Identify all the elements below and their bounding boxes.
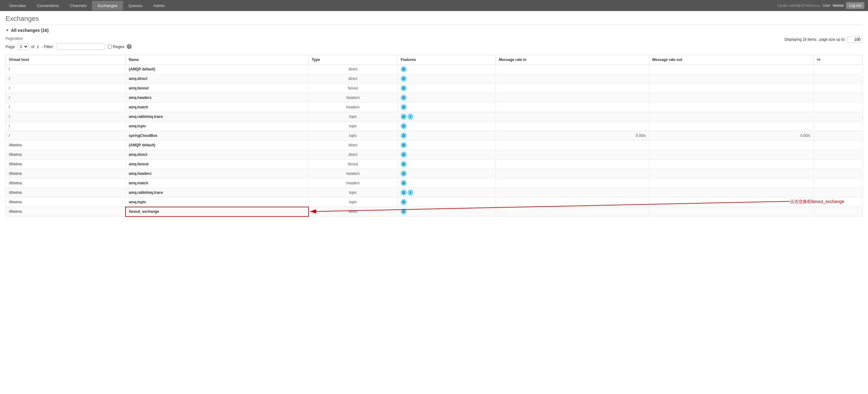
- cell-vhost: /: [6, 131, 126, 141]
- cell-rate-in: [496, 112, 649, 122]
- cell-name[interactable]: amq.direct: [125, 150, 309, 159]
- cell-rate-in: 0.00/s: [496, 131, 649, 141]
- user-label: User: [823, 3, 830, 8]
- cell-name[interactable]: amq.topic: [125, 122, 309, 131]
- page-title: Exchanges: [5, 15, 863, 25]
- feature-badge-d: D: [401, 152, 407, 158]
- cell-name[interactable]: (AMQP default): [125, 141, 309, 150]
- cell-name[interactable]: amq.topic: [125, 198, 309, 207]
- cell-vhost: /itheima: [6, 141, 126, 150]
- feature-badge-i: I: [407, 114, 413, 120]
- table-row[interactable]: /itheimaamq.rabbitmq.tracetopicDI: [6, 188, 863, 198]
- tab-overview[interactable]: Overview: [4, 1, 31, 10]
- cell-pm: [813, 122, 863, 131]
- tab-queues[interactable]: Queues: [123, 1, 148, 10]
- cell-type: topic: [309, 198, 398, 207]
- cell-features: D: [398, 74, 496, 84]
- cell-rate-in: [496, 84, 649, 93]
- cell-type: direct: [309, 207, 398, 216]
- feature-badge-d: D: [401, 66, 407, 72]
- page-select[interactable]: 1: [17, 43, 28, 50]
- page-label: Page: [5, 44, 15, 49]
- cell-vhost: /itheima: [6, 179, 126, 188]
- help-badge[interactable]: ?: [127, 44, 132, 49]
- cell-name[interactable]: springCloudBus: [125, 131, 309, 141]
- cell-vhost: /itheima: [6, 159, 126, 169]
- cell-pm: [813, 150, 863, 159]
- cell-rate-out: [649, 198, 813, 207]
- feature-badge-d: D: [401, 171, 407, 177]
- cell-name[interactable]: amq.fanout: [125, 159, 309, 169]
- cell-type: headers: [309, 169, 398, 179]
- tab-admin[interactable]: Admin: [148, 1, 170, 10]
- table-row[interactable]: /amq.matchheadersD: [6, 102, 863, 112]
- table-row[interactable]: /itheimaamq.headersheadersD: [6, 169, 863, 179]
- feature-badge-d: D: [401, 75, 407, 82]
- cell-features: D: [398, 102, 496, 112]
- cell-rate-out: [649, 141, 813, 150]
- filter-input[interactable]: [56, 43, 105, 50]
- cell-rate-out: [649, 74, 813, 84]
- cell-pm: [813, 93, 863, 102]
- cell-name[interactable]: amq.rabbitmq.trace: [125, 188, 309, 198]
- cell-features: D: [398, 141, 496, 150]
- table-row[interactable]: /itheimaamq.directdirectD: [6, 150, 863, 159]
- cell-name[interactable]: amq.headers: [125, 169, 309, 179]
- cell-features: D: [398, 84, 496, 93]
- tab-exchanges[interactable]: Exchanges: [92, 1, 123, 10]
- feature-badge-i: I: [407, 189, 413, 195]
- table-row[interactable]: /itheimaamq.topictopicD: [6, 198, 863, 207]
- tab-connections[interactable]: Connections: [31, 1, 64, 10]
- cell-features: D: [398, 93, 496, 102]
- cell-rate-out: 0.00/s: [649, 131, 813, 141]
- cell-name[interactable]: amq.fanout: [125, 84, 309, 93]
- section-header: ▼ All exchanges (16): [5, 28, 863, 33]
- table-row[interactable]: /amq.headersheadersD: [6, 93, 863, 102]
- cell-pm: [813, 74, 863, 84]
- cell-type: direct: [309, 74, 398, 84]
- cell-pm: [813, 131, 863, 141]
- cell-rate-out: [649, 169, 813, 179]
- top-bar-right: Cluster rabbit@3274Sbcicuu User heima Lo…: [777, 2, 864, 9]
- feature-badge-d: D: [401, 209, 407, 215]
- table-row[interactable]: /amq.rabbitmq.tracetopicDI: [6, 112, 863, 122]
- regex-label: Regex: [108, 44, 125, 49]
- top-bar: Overview Connections Channels Exchanges …: [0, 0, 868, 11]
- nav-tabs: Overview Connections Channels Exchanges …: [4, 1, 170, 10]
- cell-features: D: [398, 131, 496, 141]
- cell-features: D: [398, 150, 496, 159]
- cell-name[interactable]: amq.headers: [125, 93, 309, 102]
- pagination-section: Displaying 16 items , page size up to: P…: [5, 36, 863, 50]
- table-row[interactable]: /amq.fanoutfanoutD: [6, 84, 863, 93]
- table-row[interactable]: /itheimaamq.matchheadersD: [6, 179, 863, 188]
- logout-button[interactable]: Log out: [846, 2, 864, 9]
- tab-channels[interactable]: Channels: [64, 1, 92, 10]
- cell-vhost: /itheima: [6, 207, 126, 216]
- regex-checkbox[interactable]: [108, 45, 112, 49]
- cell-type: fanout: [309, 159, 398, 169]
- table-row[interactable]: /(AMQP default)directD: [6, 65, 863, 74]
- cell-name[interactable]: amq.direct: [125, 74, 309, 84]
- cell-name[interactable]: fanout_exchange: [125, 207, 309, 216]
- cell-rate-out: [649, 65, 813, 74]
- cell-name[interactable]: amq.match: [125, 102, 309, 112]
- table-row[interactable]: /itheima(AMQP default)directD: [6, 141, 863, 150]
- cell-pm: [813, 65, 863, 74]
- pagination-label: Pagination: [5, 36, 863, 41]
- page-size-input[interactable]: [847, 36, 863, 42]
- cell-vhost: /: [6, 102, 126, 112]
- feature-badge-d: D: [401, 85, 407, 91]
- cell-name[interactable]: amq.rabbitmq.trace: [125, 112, 309, 122]
- table-row[interactable]: /springCloudBustopicD0.00/s0.00/s: [6, 131, 863, 141]
- section-arrow-icon: ▼: [5, 28, 9, 32]
- cell-vhost: /: [6, 122, 126, 131]
- table-row[interactable]: /amq.directdirectD: [6, 74, 863, 84]
- cell-name[interactable]: (AMQP default): [125, 65, 309, 74]
- table-row[interactable]: /amq.topictopicD: [6, 122, 863, 131]
- feature-badge-d: D: [401, 199, 407, 205]
- table-row[interactable]: /itheimaamq.fanoutfanoutD: [6, 159, 863, 169]
- cell-name[interactable]: amq.match: [125, 179, 309, 188]
- cell-pm: [813, 179, 863, 188]
- cell-pm: [813, 198, 863, 207]
- table-row[interactable]: /itheimafanout_exchangedirectD: [6, 207, 863, 216]
